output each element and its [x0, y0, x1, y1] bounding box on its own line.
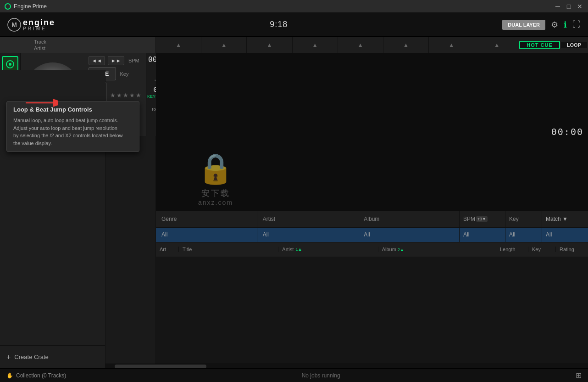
star-rating[interactable]: ★★★★★: [110, 92, 142, 99]
prev-track-button[interactable]: ◄◄: [89, 56, 105, 65]
album-filter-label[interactable]: Album: [358, 211, 460, 227]
loop-button[interactable]: LOOP: [560, 42, 588, 48]
clock-display: 9:18: [270, 20, 288, 29]
expand-button[interactable]: ⛶: [572, 20, 581, 29]
arrow-col-4: ▲: [293, 37, 338, 53]
th-rating: Rating: [556, 247, 588, 252]
th-album[interactable]: Album 2▲: [378, 247, 496, 252]
filter-values-row: All All All All All All: [156, 228, 588, 242]
album-sort-arrow: 2▲: [398, 247, 404, 252]
browser: Genre Artist Album BPM ±3▼ Key Match ▼ A…: [156, 211, 588, 369]
logo-text: engine PRIME: [23, 18, 55, 31]
svg-point-3: [9, 63, 11, 66]
collection-text: Collection (0 Tracks): [16, 372, 66, 379]
th-length: Length: [496, 247, 528, 252]
key-label-green: KEY: [147, 94, 155, 99]
artist-label: Artist: [34, 45, 151, 51]
create-crate-label: Create Crate: [14, 354, 48, 360]
arrow-col-2: ▲: [201, 37, 247, 53]
logo-engine: engine: [23, 18, 55, 27]
artist-filter-value[interactable]: All: [257, 228, 359, 242]
bpm-filter-value[interactable]: All: [460, 228, 505, 242]
artist-filter-label[interactable]: Artist: [257, 211, 359, 227]
hot-cue-section: HOT CUE LOOP: [519, 37, 588, 53]
key-filter-label[interactable]: Key: [505, 211, 542, 227]
time-display: 00:00: [551, 126, 583, 137]
tooltip: Loop & Beat Jump Controls Manual loop, a…: [6, 101, 139, 152]
hand-icon: ✋: [6, 372, 13, 379]
header-right: DUAL LAYER ⚙ ℹ ⛶: [502, 20, 581, 30]
svg-text:M: M: [11, 21, 17, 28]
jobs-label: No jobs running: [302, 372, 340, 379]
arrow-col-6: ▲: [383, 37, 429, 53]
hot-cue-button[interactable]: HOT CUE: [519, 41, 560, 49]
grid-icon[interactable]: ⊞: [576, 371, 582, 380]
artist-sort-arrow: 1▲: [295, 247, 302, 252]
match-filter-value[interactable]: All: [542, 228, 588, 242]
next-track-button[interactable]: ►►: [108, 56, 124, 65]
th-key: Key: [528, 247, 556, 252]
bpm-row: ◄◄ ►► BPM: [89, 56, 142, 65]
settings-button[interactable]: ⚙: [551, 20, 558, 30]
scroll-track: [105, 364, 588, 368]
waveform-display: 00:00: [156, 53, 588, 211]
arrow-col-8: ▲: [474, 37, 519, 53]
table-header: Art Title Artist 1▲ Album 2▲ Length Key …: [156, 242, 588, 257]
arrows-section: ▲ ▲ ▲ ▲ ▲ ▲ ▲ ▲: [156, 37, 519, 53]
arrow-col-3: ▲: [247, 37, 292, 53]
dual-layer-button[interactable]: DUAL LAYER: [502, 20, 545, 30]
tooltip-title: Loop & Beat Jump Controls: [13, 106, 133, 113]
close-button[interactable]: ✕: [576, 3, 583, 10]
info-button[interactable]: ℹ: [564, 20, 567, 30]
bpm-label-text: BPM: [463, 216, 475, 222]
logo: M engine PRIME: [7, 18, 55, 32]
arrow-col-5: ▲: [338, 37, 383, 53]
status-bar: ✋ Collection (0 Tracks) No jobs running …: [0, 368, 588, 382]
top-bar: ▲ ▲ ▲ ▲ ▲ ▲ ▲ ▲ HOT CUE LOOP: [156, 37, 588, 53]
sidebar-footer[interactable]: + Create Crate: [0, 345, 105, 368]
th-artist[interactable]: Artist 1▲: [278, 247, 378, 252]
key-label: Key: [120, 71, 133, 77]
album-filter-value[interactable]: All: [358, 228, 460, 242]
maximize-button[interactable]: □: [565, 3, 572, 10]
app-title: Engine Prime: [14, 3, 47, 10]
match-dropdown[interactable]: Match ▼: [546, 216, 568, 222]
genre-filter-label[interactable]: Genre: [156, 211, 257, 227]
th-title[interactable]: Title: [179, 247, 278, 252]
title-bar-icon: [5, 3, 11, 10]
scroll-bar[interactable]: [115, 365, 206, 368]
arrow-col-1: ▲: [156, 37, 201, 53]
table-body: [156, 257, 588, 369]
title-bar-left: Engine Prime: [5, 3, 47, 10]
logo-prime: PRIME: [23, 27, 55, 31]
filter-row: Genre Artist Album BPM ±3▼ Key Match ▼: [156, 211, 588, 228]
genre-filter-value[interactable]: All: [156, 228, 257, 242]
collection-label: ✋ Collection (0 Tracks): [6, 372, 66, 379]
deck-top: Track Artist: [0, 37, 155, 53]
plus-icon: +: [6, 353, 11, 361]
bpm-label: BPM: [128, 58, 142, 63]
track-label: Track: [34, 39, 151, 45]
title-bar-controls: ─ □ ✕: [554, 3, 583, 10]
bpm-badge[interactable]: ±3▼: [476, 216, 488, 222]
th-art: Art: [156, 247, 179, 252]
minimize-button[interactable]: ─: [554, 3, 561, 10]
play-circle-icon: [6, 60, 15, 69]
m-logo-icon: M: [7, 18, 21, 32]
tooltip-body: Manual loop, auto loop and beat jump con…: [13, 117, 133, 147]
key-filter-value[interactable]: All: [505, 228, 542, 242]
header: M engine PRIME 9:18 DUAL LAYER ⚙ ℹ ⛶: [0, 13, 588, 37]
title-bar: Engine Prime ─ □ ✕: [0, 0, 588, 13]
arrow-col-7: ▲: [429, 37, 474, 53]
right-content: ▲ ▲ ▲ ▲ ▲ ▲ ▲ ▲ HOT CUE LOOP 00:00 Genre: [156, 37, 588, 368]
match-filter-label[interactable]: Match ▼: [542, 211, 588, 227]
bpm-filter-label: BPM ±3▼: [460, 211, 505, 227]
